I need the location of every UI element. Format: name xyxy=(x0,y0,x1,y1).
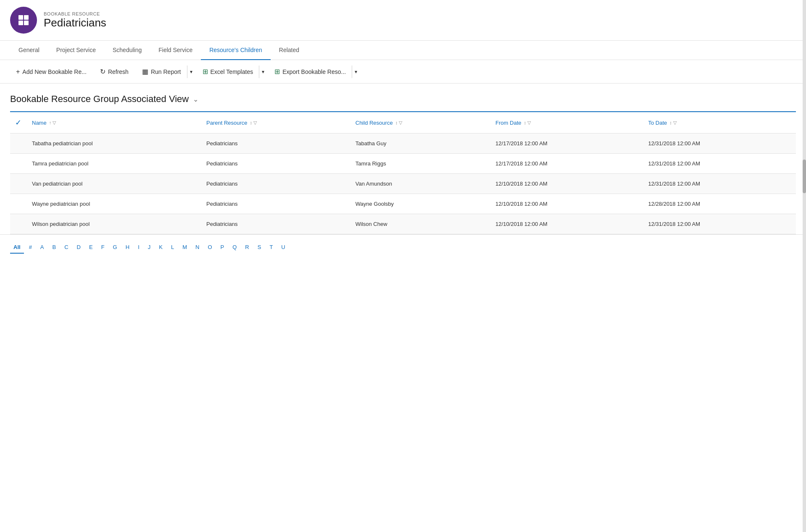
sort-icon3[interactable]: ↕ xyxy=(395,120,398,125)
run-report-dropdown-button[interactable]: ▾ xyxy=(187,66,195,78)
alpha-nav-item-#[interactable]: # xyxy=(26,241,35,254)
scrollbar[interactable] xyxy=(803,0,806,260)
alpha-nav-item-all[interactable]: All xyxy=(10,241,24,254)
tab-scheduling[interactable]: Scheduling xyxy=(104,41,150,60)
alpha-nav-item-j[interactable]: J xyxy=(145,241,154,254)
export-dropdown-button[interactable]: ▾ xyxy=(352,66,360,78)
sort-icon[interactable]: ↑ xyxy=(49,120,52,125)
svg-rect-0 xyxy=(18,15,23,20)
row-parent-resource[interactable]: Pediatricians xyxy=(201,214,350,234)
row-child-resource[interactable]: Wilson Chew xyxy=(350,214,490,234)
col-name-label: Name xyxy=(32,120,47,126)
row-parent-resource[interactable]: Pediatricians xyxy=(201,194,350,214)
app-logo xyxy=(10,7,37,34)
tab-general[interactable]: General xyxy=(10,41,48,60)
table-row: Wilson pediatrician poolPediatriciansWil… xyxy=(10,214,796,234)
alpha-nav-item-a[interactable]: A xyxy=(37,241,47,254)
app-title: Pediatricians xyxy=(44,16,106,29)
row-from-date: 12/17/2018 12:00 AM xyxy=(490,154,643,174)
filter-icon2[interactable]: ▽ xyxy=(253,120,257,126)
table-row: Van pediatrician poolPediatriciansVan Am… xyxy=(10,174,796,194)
alpha-nav-item-p[interactable]: P xyxy=(217,241,228,254)
row-parent-resource[interactable]: Pediatricians xyxy=(201,154,350,174)
view-title-chevron-icon[interactable]: ⌄ xyxy=(193,95,198,103)
row-from-date: 12/17/2018 12:00 AM xyxy=(490,134,643,154)
refresh-label: Refresh xyxy=(108,68,129,75)
alpha-nav-item-r[interactable]: R xyxy=(242,241,252,254)
excel-templates-group: ⊞ Excel Templates ▾ xyxy=(197,64,267,79)
alpha-nav-item-h[interactable]: H xyxy=(122,241,133,254)
alpha-nav-item-m[interactable]: M xyxy=(179,241,190,254)
alpha-nav-item-d[interactable]: D xyxy=(74,241,84,254)
toolbar: + Add New Bookable Re... ↻ Refresh ▦ Run… xyxy=(0,60,806,84)
sort-icon2[interactable]: ↕ xyxy=(250,120,253,125)
refresh-icon: ↻ xyxy=(100,68,105,76)
filter-icon4[interactable]: ▽ xyxy=(527,120,531,126)
export-button[interactable]: ⊞ Export Bookable Reso... xyxy=(269,64,352,79)
row-name[interactable]: Tabatha pediatrician pool xyxy=(27,134,201,154)
row-checkbox[interactable] xyxy=(10,194,27,214)
row-child-resource[interactable]: Van Amundson xyxy=(350,174,490,194)
row-parent-resource[interactable]: Pediatricians xyxy=(201,134,350,154)
excel-templates-button[interactable]: ⊞ Excel Templates xyxy=(197,64,259,79)
row-name[interactable]: Tamra pediatrician pool xyxy=(27,154,201,174)
alpha-nav-item-b[interactable]: B xyxy=(49,241,60,254)
alpha-nav-item-o[interactable]: O xyxy=(204,241,215,254)
tab-related[interactable]: Related xyxy=(271,41,308,60)
row-child-resource[interactable]: Wayne Goolsby xyxy=(350,194,490,214)
run-report-label: Run Report xyxy=(151,68,181,75)
add-new-button[interactable]: + Add New Bookable Re... xyxy=(10,65,92,79)
sort-icon4[interactable]: ↕ xyxy=(524,120,526,125)
alpha-nav: All#ABCDEFGHIJKLMNOPQRSTU xyxy=(0,234,806,260)
row-child-resource[interactable]: Tamra Riggs xyxy=(350,154,490,174)
row-name[interactable]: Wayne pediatrician pool xyxy=(27,194,201,214)
tab-field-service[interactable]: Field Service xyxy=(150,41,201,60)
refresh-button[interactable]: ↻ Refresh xyxy=(94,64,134,79)
alpha-nav-item-k[interactable]: K xyxy=(155,241,166,254)
row-checkbox[interactable] xyxy=(10,154,27,174)
row-child-resource[interactable]: Tabatha Guy xyxy=(350,134,490,154)
alpha-nav-item-c[interactable]: C xyxy=(61,241,71,254)
app-subtitle: BOOKABLE RESOURCE xyxy=(44,11,106,16)
table-row: Tamra pediatrician poolPediatriciansTamr… xyxy=(10,154,796,174)
filter-icon3[interactable]: ▽ xyxy=(399,120,402,126)
row-name[interactable]: Wilson pediatrician pool xyxy=(27,214,201,234)
row-checkbox[interactable] xyxy=(10,214,27,234)
select-all-checkbox-col[interactable]: ✓ xyxy=(10,112,27,134)
row-checkbox[interactable] xyxy=(10,134,27,154)
alpha-nav-item-s[interactable]: S xyxy=(254,241,265,254)
row-parent-resource[interactable]: Pediatricians xyxy=(201,174,350,194)
alpha-nav-item-q[interactable]: Q xyxy=(229,241,240,254)
row-checkbox[interactable] xyxy=(10,174,27,194)
col-parent-resource: Parent Resource ↕ ▽ xyxy=(201,112,350,134)
sort-icon5[interactable]: ↕ xyxy=(669,120,672,125)
row-to-date: 12/28/2018 12:00 AM xyxy=(643,194,796,214)
tab-project-service[interactable]: Project Service xyxy=(48,41,104,60)
alpha-nav-item-l[interactable]: L xyxy=(168,241,177,254)
col-from-date: From Date ↕ ▽ xyxy=(490,112,643,134)
alpha-nav-item-u[interactable]: U xyxy=(278,241,288,254)
row-from-date: 12/10/2018 12:00 AM xyxy=(490,194,643,214)
alpha-nav-item-g[interactable]: G xyxy=(110,241,121,254)
row-to-date: 12/31/2018 12:00 AM xyxy=(643,214,796,234)
table-header-row: ✓ Name ↑ ▽ Parent Resource xyxy=(10,112,796,134)
row-to-date: 12/31/2018 12:00 AM xyxy=(643,154,796,174)
add-new-label: Add New Bookable Re... xyxy=(22,68,87,75)
view-title-bar: Bookable Resource Group Associated View … xyxy=(0,84,806,111)
tab-resources-children[interactable]: Resource's Children xyxy=(201,41,271,60)
alpha-nav-item-e[interactable]: E xyxy=(86,241,96,254)
alpha-nav-item-f[interactable]: F xyxy=(98,241,108,254)
row-name[interactable]: Van pediatrician pool xyxy=(27,174,201,194)
col-child-resource: Child Resource ↕ ▽ xyxy=(350,112,490,134)
run-report-button[interactable]: ▦ Run Report xyxy=(136,64,187,79)
excel-templates-dropdown-button[interactable]: ▾ xyxy=(259,66,267,78)
alpha-nav-item-i[interactable]: I xyxy=(134,241,143,254)
alpha-nav-item-t[interactable]: T xyxy=(266,241,276,254)
row-from-date: 12/10/2018 12:00 AM xyxy=(490,174,643,194)
alpha-nav-item-n[interactable]: N xyxy=(192,241,203,254)
row-to-date: 12/31/2018 12:00 AM xyxy=(643,134,796,154)
scrollbar-thumb[interactable] xyxy=(803,160,806,193)
filter-icon5[interactable]: ▽ xyxy=(673,120,677,126)
excel-templates-label: Excel Templates xyxy=(211,68,253,75)
filter-icon[interactable]: ▽ xyxy=(53,120,56,126)
